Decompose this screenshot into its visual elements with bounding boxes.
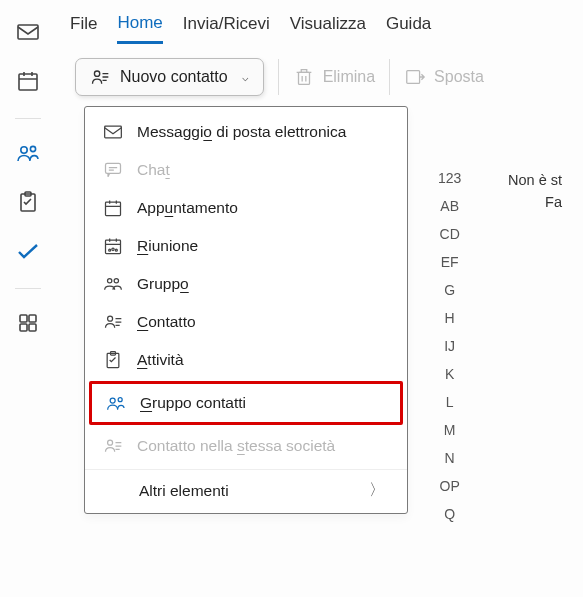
alpha-index-item[interactable]: L [446,394,454,410]
svg-point-2 [20,147,26,153]
chevron-down-icon: ⌵ [242,71,249,84]
chevron-right-icon: 〉 [369,480,385,501]
svg-rect-16 [106,240,121,253]
svg-point-17 [112,248,114,250]
move-label: Sposta [434,68,484,86]
alpha-index-item[interactable]: AB [440,198,459,214]
new-contact-button[interactable]: Nuovo contatto ⌵ [75,58,264,96]
svg-rect-15 [106,202,121,215]
nav-todo-icon[interactable] [16,239,40,266]
svg-point-22 [108,316,113,321]
menu-item-email[interactable]: Messaggio di posta elettronica [85,113,407,151]
menu-item-group[interactable]: Gruppo [85,265,407,303]
new-contact-label: Nuovo contatto [120,68,228,86]
nav-tasks-icon[interactable] [16,190,40,217]
svg-point-27 [108,440,113,445]
more-label: Altri elementi [139,482,229,500]
toolbar-separator-2 [389,59,390,95]
contact-icon [103,312,123,332]
tab-view[interactable]: Visualizza [290,14,366,42]
highlight-box: Gruppo contatti [89,381,403,425]
menu-item-contact-group[interactable]: Gruppo contatti [92,384,400,422]
task-icon [103,350,123,370]
menu-item-more[interactable]: Altri elementi 〉 [85,469,407,507]
svg-point-3 [30,146,35,151]
contact-group-icon [106,393,126,413]
menu-item-appointment[interactable]: Appuntamento [85,189,407,227]
svg-rect-1 [19,74,37,90]
alpha-index-item[interactable]: N [445,450,455,466]
alpha-index-item[interactable]: Q [444,506,455,522]
svg-rect-8 [20,324,27,331]
empty-state-text: Non è st Fa [508,170,562,214]
alpha-index-item[interactable]: M [444,422,456,438]
svg-rect-0 [18,25,38,39]
nav-apps-icon[interactable] [16,311,40,338]
alpha-index-item[interactable]: 123 [438,170,461,186]
svg-rect-14 [106,163,121,173]
svg-point-10 [94,71,99,76]
meeting-icon [103,236,123,256]
tab-file[interactable]: File [70,14,97,42]
calendar-icon [103,198,123,218]
app-navbar [0,0,55,597]
svg-rect-7 [29,315,36,322]
menu-item-meeting[interactable]: Riunione [85,227,407,265]
move-button: Sposta [404,66,484,88]
menu-item-contact[interactable]: Contatto [85,303,407,341]
tab-help[interactable]: Guida [386,14,431,42]
svg-point-19 [115,249,117,251]
ribbon-toolbar: Nuovo contatto ⌵ Elimina Sposta [75,58,484,96]
group-icon [103,274,123,294]
navbar-separator-2 [15,288,41,289]
toolbar-separator [278,59,279,95]
alpha-index-item[interactable]: G [444,282,455,298]
tab-home[interactable]: Home [117,13,162,44]
svg-point-26 [118,398,122,402]
svg-point-18 [109,249,111,251]
svg-rect-6 [20,315,27,322]
svg-point-20 [108,279,112,283]
nav-calendar-icon[interactable] [16,69,40,96]
svg-point-21 [114,279,118,283]
ribbon-tabs: File Home Invia/Ricevi Visualizza Guida [70,0,431,44]
menu-item-same-company: Contatto nella stessa società [85,427,407,465]
alpha-index: 123 AB CD EF G H IJ K L M N OP Q [438,170,461,522]
navbar-separator [15,118,41,119]
delete-button: Elimina [293,66,375,88]
alpha-index-item[interactable]: IJ [444,338,455,354]
menu-item-task[interactable]: Attività [85,341,407,379]
svg-point-25 [110,398,115,403]
alpha-index-item[interactable]: EF [441,254,459,270]
mail-icon [103,122,123,142]
svg-rect-13 [105,126,122,138]
svg-rect-12 [407,71,420,84]
svg-rect-9 [29,324,36,331]
alpha-index-item[interactable]: H [445,310,455,326]
tab-send-receive[interactable]: Invia/Ricevi [183,14,270,42]
nav-people-icon[interactable] [16,141,40,168]
company-icon [103,436,123,456]
menu-item-chat: Chat [85,151,407,189]
alpha-index-item[interactable]: OP [440,478,460,494]
chat-icon [103,160,123,180]
alpha-index-item[interactable]: CD [440,226,460,242]
alpha-index-item[interactable]: K [445,366,454,382]
svg-rect-11 [298,72,309,84]
new-item-dropdown: Messaggio di posta elettronica Chat Appu… [84,106,408,514]
delete-label: Elimina [323,68,375,86]
nav-mail-icon[interactable] [16,20,40,47]
